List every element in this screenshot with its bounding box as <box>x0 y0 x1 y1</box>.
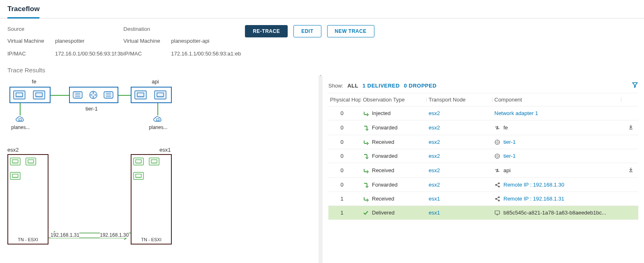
download-icon[interactable] <box>622 167 638 174</box>
newtrace-button[interactable]: NEW TRACE <box>327 25 374 37</box>
cell-hops: 0 <box>328 110 361 116</box>
cell-hops: 0 <box>328 153 361 159</box>
cell-observation: Forwarded <box>361 182 427 188</box>
trace-results-heading: Trace Results <box>0 57 644 76</box>
vm-caption-right: planes... <box>142 125 175 130</box>
cell-transport-node[interactable]: esx2 <box>427 125 493 131</box>
destination-ipmac-value: 172.16.1.1/00:50:56:93:a1:eb <box>171 51 241 57</box>
cell-component[interactable]: tier-1 <box>493 139 622 145</box>
table-row[interactable]: 0Forwardedesx2tier-1 <box>328 149 638 163</box>
observation-icon <box>363 196 369 202</box>
destination-vm-value: planespotter-api <box>171 38 241 44</box>
source-ipmac-label: IP/MAC <box>7 51 53 57</box>
cell-hops: 1 <box>328 196 361 202</box>
cell-hops: 0 <box>328 125 361 131</box>
vm-icon[interactable] <box>152 115 163 123</box>
ip-label-left: 192.168.1.31 <box>51 232 79 238</box>
vm-icon[interactable] <box>15 115 25 123</box>
show-filter-delivered[interactable]: 1 DELIVERED <box>362 83 400 89</box>
destination-heading: Destination <box>123 23 241 35</box>
edit-button[interactable]: EDIT <box>293 25 321 37</box>
observation-icon <box>363 210 369 216</box>
ip-label-right: 192.168.1.30 <box>100 232 129 238</box>
observation-icon <box>363 139 369 145</box>
cell-transport-node[interactable]: esx2 <box>427 167 493 173</box>
cell-component: api <box>493 167 622 173</box>
tn-label-right: TN - ESXI <box>132 237 171 242</box>
cell-component[interactable]: tier-1 <box>493 153 622 159</box>
router-box-tier1[interactable] <box>69 87 118 103</box>
segment-label-fe: fe <box>14 78 55 85</box>
source-heading: Source <box>7 23 123 35</box>
cell-transport-node[interactable]: esx1 <box>427 196 493 202</box>
destination-ipmac-label: IP/MAC <box>123 51 169 57</box>
component-icon <box>494 153 500 159</box>
col-header-obs[interactable]: Observation Type <box>361 97 427 103</box>
table-row[interactable]: 0Forwardedesx2fe <box>328 120 638 135</box>
cell-transport-node[interactable]: esx2 <box>427 110 493 116</box>
tier-label: tier-1 <box>85 106 98 112</box>
vm-caption-left: planes... <box>4 125 37 130</box>
cell-transport-node[interactable]: esx1 <box>427 210 493 216</box>
source-vm-label: Virtual Machine <box>7 38 53 44</box>
col-header-actions <box>622 97 638 103</box>
observation-icon <box>363 125 369 131</box>
cell-observation: Delivered <box>361 210 427 216</box>
cell-transport-node[interactable]: esx2 <box>427 182 493 188</box>
show-filter-dropped[interactable]: 0 DROPPED <box>404 83 437 89</box>
cell-component[interactable]: Remote IP : 192.168.1.31 <box>493 196 622 202</box>
connector-line <box>157 103 158 115</box>
component-icon <box>494 182 500 188</box>
source-ipmac-value: 172.16.0.1/00:50:56:93:1f:3b <box>55 51 123 57</box>
table-row[interactable]: 1Receivedesx1Remote IP : 192.168.1.31 <box>328 192 638 206</box>
port-icon <box>33 90 45 99</box>
destination-panel: Destination Virtual Machine planespotter… <box>123 23 241 57</box>
component-icon <box>494 139 500 145</box>
observation-icon <box>363 111 369 116</box>
port-icon <box>134 90 147 99</box>
port-icon <box>133 172 144 180</box>
table-row[interactable]: 0Receivedesx2api <box>328 163 638 178</box>
component-icon <box>494 210 500 216</box>
cell-transport-node[interactable]: esx2 <box>427 153 493 159</box>
router-icon <box>87 90 99 99</box>
cell-component[interactable]: Network adapter 1 <box>493 110 622 116</box>
cell-component: fe <box>493 125 622 131</box>
col-header-node[interactable]: Transport Node <box>427 97 493 103</box>
segment-box-api[interactable] <box>131 87 172 103</box>
port-icon <box>25 157 36 166</box>
download-icon[interactable] <box>622 124 638 131</box>
retrace-button[interactable]: RE-TRACE <box>245 25 288 37</box>
edge-icon <box>102 90 115 99</box>
cell-transport-node[interactable]: esx2 <box>427 139 493 145</box>
component-icon <box>494 125 500 131</box>
topology-diagram: fe api tier-1 <box>0 76 319 263</box>
segment-box-fe[interactable] <box>9 87 51 103</box>
filter-icon[interactable] <box>632 82 638 90</box>
host-box-esx2[interactable]: TN - ESXI <box>7 154 48 245</box>
host-box-esx1[interactable]: TN - ESXI <box>131 154 172 245</box>
connector-line <box>51 95 69 96</box>
source-panel: Source Virtual Machine planespotter IP/M… <box>7 23 123 57</box>
table-row[interactable]: 0Receivedesx2tier-1 <box>328 135 638 149</box>
observation-icon <box>363 168 369 173</box>
table-row[interactable]: 0Injectedesx2Network adapter 1 <box>328 106 638 120</box>
port-icon <box>13 90 25 99</box>
port-icon <box>10 157 21 166</box>
col-header-hops[interactable]: Physical Hop <box>328 97 361 103</box>
splitter-handle[interactable] <box>319 76 323 263</box>
cell-observation: Received <box>361 167 427 173</box>
table-row[interactable]: 0Forwardedesx2Remote IP : 192.168.1.30 <box>328 178 638 192</box>
cell-observation: Received <box>361 196 427 202</box>
cell-observation: Forwarded <box>361 153 427 159</box>
col-header-comp[interactable]: Component <box>493 97 622 103</box>
tn-label-left: TN - ESXI <box>8 237 48 242</box>
component-icon <box>494 168 500 173</box>
table-row[interactable]: 1Deliveredesx1b85c545c-a821-1a78-1a63-b8… <box>328 206 638 220</box>
show-filter-all[interactable]: ALL <box>347 83 358 89</box>
port-icon <box>133 157 144 166</box>
cell-component[interactable]: Remote IP : 192.168.1.30 <box>493 182 622 188</box>
cell-hops: 0 <box>328 182 361 188</box>
cell-component: b85c545c-a821-1a78-1a63-b8aeedeb1bc... <box>493 210 622 216</box>
show-label: Show: <box>328 83 343 89</box>
